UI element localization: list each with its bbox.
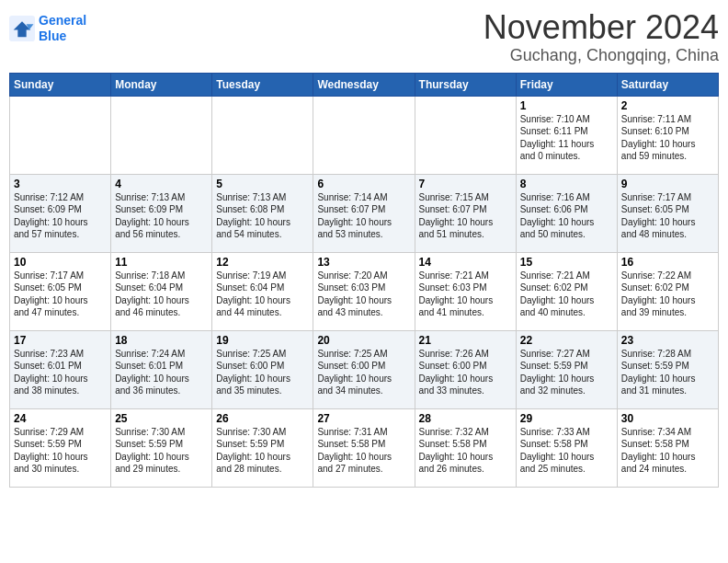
weekday-header-saturday: Saturday — [617, 73, 718, 96]
weekday-header-monday: Monday — [111, 73, 212, 96]
day-info: Sunrise: 7:30 AM Sunset: 5:59 PM Dayligh… — [216, 426, 309, 476]
weekday-header-wednesday: Wednesday — [313, 73, 415, 96]
calendar-cell: 13Sunrise: 7:20 AM Sunset: 6:03 PM Dayli… — [313, 252, 415, 330]
calendar-cell: 26Sunrise: 7:30 AM Sunset: 5:59 PM Dayli… — [212, 408, 313, 487]
logo: General Blue — [9, 13, 86, 44]
day-info: Sunrise: 7:24 AM Sunset: 6:01 PM Dayligh… — [115, 348, 208, 397]
logo-text: General Blue — [39, 13, 86, 44]
calendar-cell: 28Sunrise: 7:32 AM Sunset: 5:58 PM Dayli… — [415, 408, 516, 487]
calendar-cell: 20Sunrise: 7:25 AM Sunset: 6:00 PM Dayli… — [313, 330, 415, 408]
day-number: 24 — [14, 412, 107, 425]
calendar-cell: 12Sunrise: 7:19 AM Sunset: 6:04 PM Dayli… — [212, 252, 313, 330]
calendar: SundayMondayTuesdayWednesdayThursdayFrid… — [9, 73, 719, 488]
day-number: 18 — [115, 334, 208, 347]
calendar-cell: 9Sunrise: 7:17 AM Sunset: 6:05 PM Daylig… — [617, 174, 718, 252]
day-number: 23 — [621, 334, 714, 347]
day-number: 10 — [14, 256, 107, 269]
calendar-cell: 2Sunrise: 7:11 AM Sunset: 6:10 PM Daylig… — [617, 96, 718, 174]
day-info: Sunrise: 7:15 AM Sunset: 6:07 PM Dayligh… — [419, 191, 512, 241]
day-number: 1 — [520, 99, 613, 112]
day-info: Sunrise: 7:12 AM Sunset: 6:09 PM Dayligh… — [14, 191, 107, 241]
calendar-cell: 3Sunrise: 7:12 AM Sunset: 6:09 PM Daylig… — [10, 174, 111, 252]
calendar-cell: 4Sunrise: 7:13 AM Sunset: 6:09 PM Daylig… — [111, 174, 212, 252]
logo-line1: General — [39, 13, 86, 28]
day-info: Sunrise: 7:17 AM Sunset: 6:05 PM Dayligh… — [14, 270, 107, 319]
calendar-cell — [313, 96, 415, 174]
day-info: Sunrise: 7:27 AM Sunset: 5:59 PM Dayligh… — [520, 348, 613, 397]
header: General Blue November 2024 Guchang, Chon… — [9, 9, 719, 65]
calendar-cell — [111, 96, 212, 174]
day-number: 15 — [520, 256, 613, 269]
calendar-cell: 23Sunrise: 7:28 AM Sunset: 5:59 PM Dayli… — [617, 330, 718, 408]
calendar-cell — [415, 96, 516, 174]
day-number: 4 — [115, 178, 208, 190]
weekday-header-sunday: Sunday — [10, 73, 111, 96]
calendar-cell: 11Sunrise: 7:18 AM Sunset: 6:04 PM Dayli… — [111, 252, 212, 330]
calendar-cell: 16Sunrise: 7:22 AM Sunset: 6:02 PM Dayli… — [617, 252, 718, 330]
calendar-cell: 22Sunrise: 7:27 AM Sunset: 5:59 PM Dayli… — [516, 330, 617, 408]
calendar-cell: 5Sunrise: 7:13 AM Sunset: 6:08 PM Daylig… — [212, 174, 313, 252]
week-row-4: 17Sunrise: 7:23 AM Sunset: 6:01 PM Dayli… — [10, 330, 719, 408]
calendar-cell: 6Sunrise: 7:14 AM Sunset: 6:07 PM Daylig… — [313, 174, 415, 252]
day-info: Sunrise: 7:26 AM Sunset: 6:00 PM Dayligh… — [419, 348, 512, 397]
calendar-cell: 29Sunrise: 7:33 AM Sunset: 5:58 PM Dayli… — [516, 408, 617, 487]
calendar-cell: 19Sunrise: 7:25 AM Sunset: 6:00 PM Dayli… — [212, 330, 313, 408]
calendar-cell: 10Sunrise: 7:17 AM Sunset: 6:05 PM Dayli… — [10, 252, 111, 330]
calendar-cell: 21Sunrise: 7:26 AM Sunset: 6:00 PM Dayli… — [415, 330, 516, 408]
day-number: 17 — [14, 334, 107, 347]
day-info: Sunrise: 7:33 AM Sunset: 5:58 PM Dayligh… — [520, 426, 613, 476]
day-info: Sunrise: 7:16 AM Sunset: 6:06 PM Dayligh… — [520, 191, 613, 241]
day-number: 26 — [216, 412, 309, 425]
day-info: Sunrise: 7:17 AM Sunset: 6:05 PM Dayligh… — [621, 191, 714, 241]
day-number: 19 — [216, 334, 309, 347]
week-row-5: 24Sunrise: 7:29 AM Sunset: 5:59 PM Dayli… — [10, 408, 719, 487]
day-info: Sunrise: 7:25 AM Sunset: 6:00 PM Dayligh… — [317, 348, 410, 397]
day-number: 27 — [317, 412, 410, 425]
calendar-cell: 17Sunrise: 7:23 AM Sunset: 6:01 PM Dayli… — [10, 330, 111, 408]
day-info: Sunrise: 7:10 AM Sunset: 6:11 PM Dayligh… — [520, 113, 613, 163]
day-number: 25 — [115, 412, 208, 425]
day-info: Sunrise: 7:34 AM Sunset: 5:58 PM Dayligh… — [621, 426, 714, 476]
day-number: 21 — [419, 334, 512, 347]
day-info: Sunrise: 7:19 AM Sunset: 6:04 PM Dayligh… — [216, 270, 309, 319]
day-number: 22 — [520, 334, 613, 347]
day-number: 30 — [621, 412, 714, 425]
day-info: Sunrise: 7:32 AM Sunset: 5:58 PM Dayligh… — [419, 426, 512, 476]
location-title: Guchang, Chongqing, China — [483, 46, 719, 65]
day-info: Sunrise: 7:20 AM Sunset: 6:03 PM Dayligh… — [317, 270, 410, 319]
day-number: 9 — [621, 178, 714, 190]
day-number: 3 — [14, 178, 107, 190]
calendar-header: SundayMondayTuesdayWednesdayThursdayFrid… — [10, 73, 719, 96]
logo-line2: Blue — [39, 29, 66, 43]
calendar-cell: 30Sunrise: 7:34 AM Sunset: 5:58 PM Dayli… — [617, 408, 718, 487]
day-info: Sunrise: 7:14 AM Sunset: 6:07 PM Dayligh… — [317, 191, 410, 241]
calendar-cell: 14Sunrise: 7:21 AM Sunset: 6:03 PM Dayli… — [415, 252, 516, 330]
day-info: Sunrise: 7:11 AM Sunset: 6:10 PM Dayligh… — [621, 113, 714, 163]
title-area: November 2024 Guchang, Chongqing, China — [483, 9, 719, 65]
week-row-3: 10Sunrise: 7:17 AM Sunset: 6:05 PM Dayli… — [10, 252, 719, 330]
day-info: Sunrise: 7:21 AM Sunset: 6:03 PM Dayligh… — [419, 270, 512, 319]
calendar-cell: 8Sunrise: 7:16 AM Sunset: 6:06 PM Daylig… — [516, 174, 617, 252]
day-info: Sunrise: 7:21 AM Sunset: 6:02 PM Dayligh… — [520, 270, 613, 319]
day-info: Sunrise: 7:31 AM Sunset: 5:58 PM Dayligh… — [317, 426, 410, 476]
day-info: Sunrise: 7:28 AM Sunset: 5:59 PM Dayligh… — [621, 348, 714, 397]
weekday-row: SundayMondayTuesdayWednesdayThursdayFrid… — [10, 73, 719, 96]
calendar-cell: 7Sunrise: 7:15 AM Sunset: 6:07 PM Daylig… — [415, 174, 516, 252]
calendar-cell — [10, 96, 111, 174]
week-row-2: 3Sunrise: 7:12 AM Sunset: 6:09 PM Daylig… — [10, 174, 719, 252]
month-title: November 2024 — [483, 9, 719, 46]
logo-icon — [9, 16, 35, 41]
day-number: 16 — [621, 256, 714, 269]
weekday-header-thursday: Thursday — [415, 73, 516, 96]
day-number: 13 — [317, 256, 410, 269]
day-info: Sunrise: 7:23 AM Sunset: 6:01 PM Dayligh… — [14, 348, 107, 397]
day-number: 6 — [317, 178, 410, 190]
calendar-cell: 27Sunrise: 7:31 AM Sunset: 5:58 PM Dayli… — [313, 408, 415, 487]
day-number: 29 — [520, 412, 613, 425]
day-info: Sunrise: 7:25 AM Sunset: 6:00 PM Dayligh… — [216, 348, 309, 397]
day-number: 8 — [520, 178, 613, 190]
day-info: Sunrise: 7:13 AM Sunset: 6:08 PM Dayligh… — [216, 191, 309, 241]
day-info: Sunrise: 7:30 AM Sunset: 5:59 PM Dayligh… — [115, 426, 208, 476]
day-info: Sunrise: 7:13 AM Sunset: 6:09 PM Dayligh… — [115, 191, 208, 241]
weekday-header-friday: Friday — [516, 73, 617, 96]
